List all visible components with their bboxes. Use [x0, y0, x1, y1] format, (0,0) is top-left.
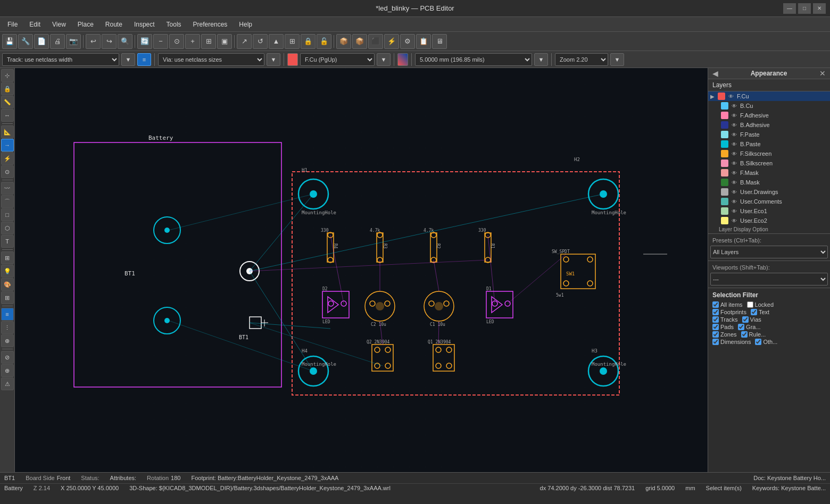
footprint-compare-button[interactable]: 📋	[416, 34, 431, 49]
refresh-ratsnest-button[interactable]: 🔄	[137, 34, 152, 49]
lock-tool[interactable]: 🔒	[1, 82, 14, 95]
menu-preferences[interactable]: Preferences	[188, 19, 233, 30]
fsilk-eye[interactable]: 👁	[731, 150, 738, 157]
add-track-tool[interactable]: 〰	[1, 182, 14, 195]
zoom-to-selection-button[interactable]: ⊞	[201, 34, 216, 49]
interactive-router-tool[interactable]: ⚡	[1, 152, 14, 165]
filter-oth-cb[interactable]	[755, 339, 761, 345]
minimize-button[interactable]: —	[783, 3, 796, 14]
menu-place[interactable]: Place	[72, 19, 99, 30]
clearance-tool[interactable]: ⊘	[1, 351, 14, 364]
run-drc-button[interactable]: ⚡	[384, 34, 399, 49]
track-width-dropdown[interactable]: ▼	[121, 53, 135, 66]
grid-settings-tool[interactable]: ⊞	[1, 291, 14, 304]
grid-size-select[interactable]: 5.0000 mm (196.85 mils)	[415, 53, 532, 66]
active-layer-item[interactable]: ▶ 👁 F.Cu	[708, 91, 830, 101]
usereco2-eye[interactable]: 👁	[731, 217, 738, 224]
save-button[interactable]: 💾	[2, 34, 17, 49]
route-diff-pair-button[interactable]: ↺	[253, 34, 268, 49]
usereco1-eye[interactable]: 👁	[731, 207, 738, 215]
filter-tracks-cb[interactable]	[712, 316, 719, 323]
design-rules-tool[interactable]: ⋮	[1, 321, 14, 334]
highlight-net-tool[interactable]: 💡	[1, 265, 14, 278]
layer-bcu[interactable]: 👁 B.Cu	[708, 101, 830, 111]
bcu-eye[interactable]: 👁	[731, 102, 738, 110]
layer-fsilkscreen[interactable]: 👁 F.Silkscreen	[708, 149, 830, 158]
mask-tool[interactable]: ⊕	[1, 364, 14, 377]
close-button[interactable]: ✕	[813, 3, 826, 14]
bmask-eye[interactable]: 👁	[731, 179, 738, 186]
fcu-eye[interactable]: 👁	[727, 93, 735, 100]
layer-bsilkscreen[interactable]: 👁 B.Silkscreen	[708, 158, 830, 168]
add-footprint-tool[interactable]: ⊞	[1, 251, 14, 264]
zoom-in-button[interactable]: +	[185, 34, 200, 49]
netlist-button[interactable]: 📦	[352, 34, 367, 49]
zoom-select[interactable]: Zoom 2.20	[555, 53, 608, 66]
fpaste-eye[interactable]: 👁	[731, 131, 738, 138]
layer-badhesive[interactable]: 👁 B.Adhesive	[708, 120, 830, 130]
route-track-button[interactable]: ↗	[237, 34, 252, 49]
layer-fmask[interactable]: 👁 F.Mask	[708, 168, 830, 178]
undo-button[interactable]: ↩	[86, 34, 101, 49]
layer-fpaste[interactable]: 👁 F.Paste	[708, 130, 830, 139]
select-tool[interactable]: ⊹	[1, 69, 14, 82]
via-size-dropdown[interactable]: ▼	[267, 53, 280, 66]
search-button[interactable]: 🔍	[118, 34, 132, 49]
filter-rules-cb[interactable]	[741, 331, 748, 338]
badhesive-eye[interactable]: 👁	[731, 121, 738, 129]
menu-view[interactable]: View	[47, 19, 71, 30]
menu-route[interactable]: Route	[100, 19, 128, 30]
filter-pads-cb[interactable]	[712, 324, 719, 330]
panel-nav-left[interactable]: ◀	[710, 69, 720, 78]
interactive-router-button[interactable]: ≡	[137, 53, 151, 66]
pcb-canvas-area[interactable]: Battery BT1 BT1 MountingHole	[15, 68, 708, 472]
layer-dropdown[interactable]: ▼	[377, 53, 391, 66]
net-inspector-button[interactable]	[397, 53, 408, 66]
layer-fadhesive[interactable]: 👁 F.Adhesive	[708, 111, 830, 120]
layer-display-option[interactable]: Layer Display Option	[708, 225, 830, 233]
track-width-select[interactable]: Track: use netclass width	[2, 53, 119, 66]
layer-userdrawings[interactable]: 👁 User.Drawings	[708, 187, 830, 197]
drc-tool[interactable]: ⚠	[1, 377, 14, 390]
userdrawings-eye[interactable]: 👁	[731, 188, 738, 196]
color-picker-tool[interactable]: 🎨	[1, 278, 14, 291]
scripting-console-button[interactable]: 🖥	[432, 34, 447, 49]
zoom-to-area-button[interactable]: ▣	[217, 34, 232, 49]
maximize-button[interactable]: □	[798, 3, 811, 14]
panel-nav-right[interactable]: ✕	[817, 69, 828, 78]
unlock-button[interactable]: 🔓	[317, 34, 331, 49]
layer-usereco2[interactable]: 👁 User.Eco2	[708, 216, 830, 225]
new-button[interactable]: 📄	[34, 34, 49, 49]
usercomments-eye[interactable]: 👁	[731, 198, 738, 205]
zoom-out-button[interactable]: −	[153, 34, 168, 49]
draw-arc-tool[interactable]: ⌒	[1, 195, 14, 208]
filter-locked-cb[interactable]	[747, 301, 753, 308]
add-via-tool[interactable]: ⊙	[1, 165, 14, 178]
layer-bmask[interactable]: 👁 B.Mask	[708, 178, 830, 187]
zoom-fit-button[interactable]: ⊙	[169, 34, 184, 49]
bpaste-eye[interactable]: 👁	[731, 140, 738, 148]
menu-file[interactable]: File	[2, 19, 23, 30]
filter-text-cb[interactable]	[751, 309, 757, 315]
via-size-select[interactable]: Via: use netclass sizes	[158, 53, 264, 66]
zoom-dropdown[interactable]: ▼	[610, 53, 624, 66]
layer-usereco1[interactable]: 👁 User.Eco1	[708, 206, 830, 216]
viewports-select[interactable]: ---	[710, 273, 828, 285]
filter-footprints-cb[interactable]	[712, 309, 719, 315]
menu-edit[interactable]: Edit	[24, 19, 46, 30]
layer-bpaste[interactable]: 👁 B.Paste	[708, 139, 830, 149]
board-info-tool[interactable]: ⊕	[1, 334, 14, 347]
print-button[interactable]: 🖨	[50, 34, 65, 49]
layer-usercomments[interactable]: 👁 User.Comments	[708, 197, 830, 206]
place-text-tool[interactable]: T	[1, 235, 14, 248]
fill-zones-button[interactable]: ⬛	[368, 34, 383, 49]
board-setup-button[interactable]: 🔧	[18, 34, 33, 49]
active-layer-select[interactable]: F.Cu (PgUp)	[300, 53, 375, 66]
add-pad-button[interactable]: ⊞	[285, 34, 300, 49]
draw-rect-tool[interactable]: □	[1, 208, 14, 221]
dimension-tool[interactable]: ↔	[1, 109, 14, 122]
layer-manager-tool[interactable]: ≡	[1, 308, 14, 321]
filter-vias-cb[interactable]	[742, 316, 749, 323]
menu-help[interactable]: Help	[234, 19, 258, 30]
3d-viewer-button[interactable]: 📦	[336, 34, 351, 49]
